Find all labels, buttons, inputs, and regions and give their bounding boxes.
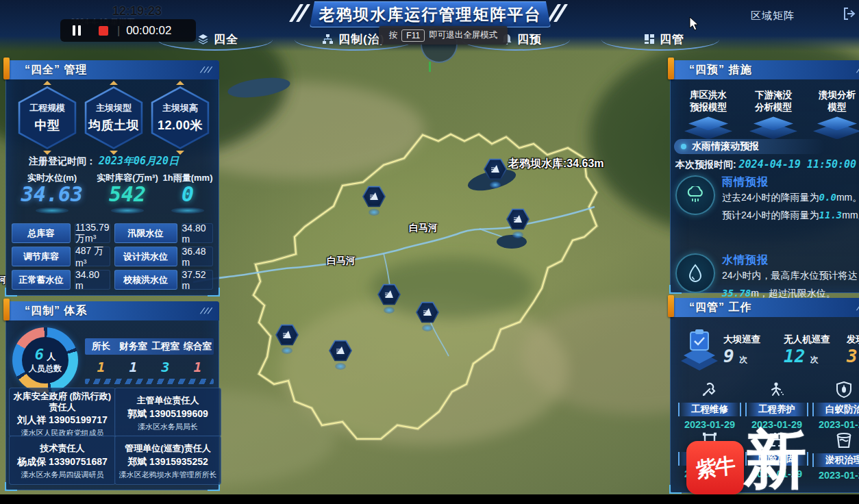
table-value: 34.80 m [182,223,213,243]
role-header: 综合室 [182,340,214,353]
card-phone: 13905199609 [149,408,208,419]
rolling-forecast-bar: 水雨情滚动预报 [674,139,825,154]
table-value: 37.52 m [182,270,213,290]
model-item[interactable]: 库区洪水 预报模型 [675,89,741,137]
toast-text: 即可退出全屏模式 [429,29,497,41]
card-name: 刘人祥 [17,414,46,425]
staff-unit: 人 [47,351,55,362]
model-label: 模型 [804,101,859,114]
responsible-card: 技术责任人 杨成保 13390751687 溧水区水务局四级调研员 [9,436,116,485]
work-date: 2023-01-29 [812,470,859,481]
reservoir-marker[interactable] [275,324,299,357]
stat-unit: 次 [810,355,819,364]
responsible-card: 主管单位责任人 郭斌 13905199609 溧水区水务局局长 [114,388,221,437]
hex-value: 12.00米 [158,117,203,134]
card-phone: 13915935252 [149,456,208,467]
panel-siyu: “四预” 措施 /// 库区洪水 预报模型 下游淹没 分析模型 溃坝分析 模型 … [670,60,859,293]
work-label: 工程维修 [678,403,741,416]
record-timer: 00:00:02 [126,24,171,38]
model-label: 库区洪水 [675,89,741,101]
termite-shield-icon [836,381,851,398]
register-label: 注册登记时间： [29,155,96,166]
model-label: 下游淹没 [740,89,806,101]
work-label: 淤积治理 [812,453,859,467]
region-matrix-button[interactable]: 区域矩阵 [751,10,795,23]
reservoir-marker[interactable] [377,284,401,316]
reservoir-marker[interactable] [506,208,530,241]
table-value: 34.80 m [75,270,110,290]
stop-record-button[interactable] [99,26,108,36]
rain-value: 0.0 [819,192,836,203]
role-count: 3 [149,359,182,375]
card-phone: 13905199717 [49,414,108,425]
work-item[interactable]: 白蚁防治 2023-01-29 [812,381,859,430]
model-item[interactable]: 下游淹没 分析模型 [740,89,806,137]
exit-fullscreen-icon[interactable] [843,7,856,21]
platform-icon [749,116,797,137]
work-item[interactable]: 工程养护 2023-01-29 [745,381,808,430]
stat-value: 0 [162,184,214,205]
hex-value: 均质土坝 [88,117,139,134]
role-count: 1 [85,359,117,375]
reservoir-marker[interactable] [416,301,439,334]
mouse-cursor [689,16,699,32]
forecast-time-value: 2024-04-19 11:50:00 [739,158,857,171]
screen-recorder-bar: | 00:00:02 [60,19,196,42]
panel-corner-tag [3,58,10,79]
dredge-bucket-icon [836,432,852,449]
table-label: 汛限水位 [114,223,177,243]
stat-label: 无人机巡查 [784,333,830,346]
reservoir-marker[interactable] [329,340,352,373]
reservoir-name-label: 老鸦坝水库:34.63m [508,157,604,171]
work-date: 2023-01-29 [745,419,808,430]
staff-total-label: 人员总数 [29,363,62,375]
rain-text: 预计24小时的降雨量为 [722,210,819,220]
reservoir-marker[interactable] [484,158,507,191]
work-item[interactable]: 除险加固 2023-01-29 [745,432,808,479]
card-title: 管理单位(巡查)责任人 [117,443,219,454]
card-title: 主管单位责任人 [117,395,219,406]
work-date: 2023-01-29 [678,468,741,479]
stat-label: 大坝巡查 [723,333,760,346]
card-role: 溧水区水务局局长 [117,422,219,432]
green-beacon [429,62,431,72]
panel-siguan: “四管” 工作 /// 大坝巡查 9 次 无人机巡查 12 次 发现问题 3 个… [670,298,859,493]
role-header: 所长 [85,340,117,353]
table-value: 36.48 m [182,247,213,266]
panel-corner-tag [668,58,674,79]
f11-keycap: F11 [401,29,425,42]
title-banner: 老鸦坝水库运行管理矩阵平台 [310,1,551,27]
table-label: 设计洪水位 [114,247,177,266]
table-label: 调节库容 [12,247,71,266]
work-item[interactable]: 2023-01-29 [678,432,741,479]
work-label [678,452,741,466]
work-item[interactable]: 淤积治理 2023-01-29 [812,432,859,481]
platform-icon [684,116,732,137]
table-value: 1135.79 万m³ [75,223,110,243]
river-label: 白马河 [327,255,356,267]
card-title: 水库安全政府 (防汛行政)责任人 [12,391,113,412]
register-date: 2023年06月20日 [99,155,179,167]
work-label: 工程养护 [745,403,808,416]
work-date: 2023-01-29 [812,419,859,430]
hatched-divider [85,379,214,384]
fullscreen-toast: 按 F11 即可退出全屏模式 [379,26,508,45]
inspection-3d-icon [678,328,721,375]
role-header: 财务室 [117,340,149,353]
model-label: 预报模型 [675,101,741,114]
platform-icon [813,116,859,137]
pause-button[interactable] [73,25,81,36]
card-role: 溧水区老鸦坝水库管理所所长 [117,470,219,480]
hex-label: 工程规模 [29,102,65,114]
panel-siquan: “四全” 管理 /// 工程规模 中型 主坝坝型 均质土坝 主坝坝高 12.00… [5,60,219,296]
water-forecast-icon [675,253,715,293]
work-item[interactable]: 工程维修 2023-01-29 [678,381,741,430]
rain-text: mm。 [842,210,859,220]
reservoir-marker[interactable] [362,186,386,218]
header-decor: /// [199,65,214,75]
model-item[interactable]: 溃坝分析 模型 [804,89,859,137]
rain-text: 过去24小时的降雨量为 [722,192,819,203]
card-phone: 13390751687 [49,456,108,467]
panel-title: “四全” 管理 [25,63,87,77]
reinforce-icon [768,432,786,447]
